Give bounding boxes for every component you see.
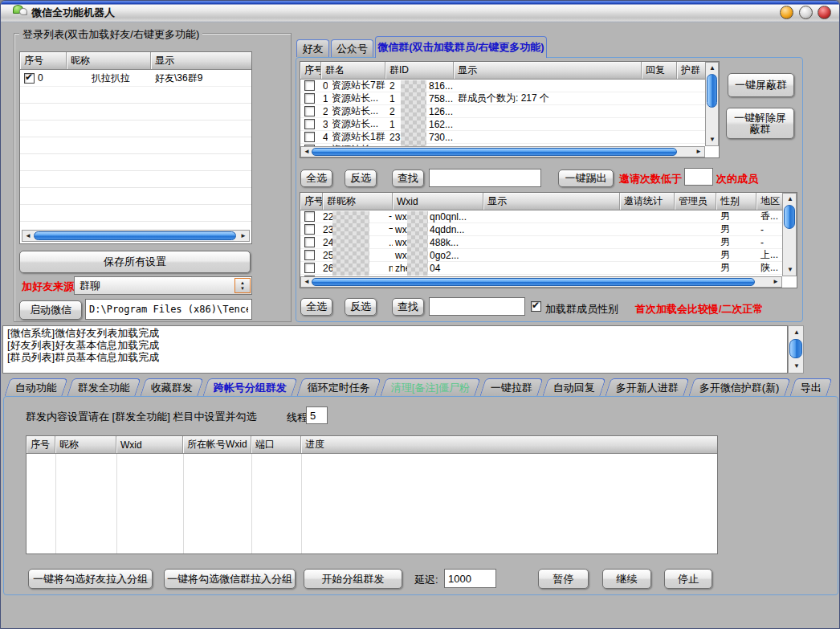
member-row-checkbox[interactable] [304,211,315,222]
scroll-left-icon[interactable]: ◄ [25,233,31,239]
tab-auto-functions[interactable]: 自动功能 [4,378,67,396]
tab-friends[interactable]: 好友 [296,39,329,57]
tab-auto-reply[interactable]: 自动回复 [543,378,606,396]
members-table-vscrollbar[interactable]: ▲ ▼ [782,193,797,276]
member-row-checkbox[interactable] [304,237,315,247]
members-find-button[interactable]: 查找 [392,298,424,316]
groups-select-all-button[interactable]: 全选 [300,170,332,187]
scroll-up-icon[interactable]: ▲ [793,329,800,336]
close-button[interactable] [818,6,831,19]
group-row[interactable]: 3 资源站长... 1162... [300,118,706,131]
member-row[interactable]: 22 -【... wxiqn0qnl... 男 香... [300,210,783,223]
kick-members-button[interactable]: 一键踢出 [558,170,614,187]
scroll-thumb[interactable] [34,231,236,240]
scroll-down-icon[interactable]: ▼ [787,267,793,273]
stop-button[interactable]: 停止 [664,569,712,589]
pull-wechat-groups-to-group-button[interactable]: 一键将勾选微信群拉入分组 [164,569,296,589]
member-row[interactable]: 26 Alwn... zhen04 男 陕... [300,262,783,275]
login-row[interactable]: ✔ 0 扒拉扒拉 好友\36群9 [20,70,251,87]
log-line: [群员列表]群员基本信息加载完成 [7,351,783,363]
groups-find-button[interactable]: 查找 [392,170,424,187]
dropdown-spinner[interactable]: ▲ ▼ [234,278,251,293]
tab-official-accounts[interactable]: 公众号 [331,39,373,57]
launch-wechat-button[interactable]: 启动微信 [19,300,82,320]
pull-friends-to-group-button[interactable]: 一键将勾选好友拉入分组 [28,569,153,589]
group-row-checkbox[interactable] [304,93,315,104]
members-select-all-button[interactable]: 全选 [300,298,332,316]
member-row-display [483,262,620,275]
group-row[interactable]: 2 资源站长... 2126... [300,105,706,118]
invite-threshold-input[interactable] [684,168,713,186]
scroll-up-icon[interactable]: ▲ [787,196,793,202]
members-search-input[interactable] [429,297,525,316]
block-group-button[interactable]: 一键屏蔽群 [728,73,794,97]
scroll-left-icon[interactable]: ◄ [304,279,310,285]
scroll-thumb[interactable] [312,278,755,286]
thread-count-input[interactable] [306,406,328,424]
scroll-down-icon[interactable]: ▼ [793,363,800,370]
pause-button[interactable]: 暂停 [538,569,589,589]
tab-one-key-invite[interactable]: 一键拉群 [480,378,544,396]
login-row-checkbox[interactable]: ✔ [24,73,35,84]
member-row-checkbox[interactable] [304,224,315,235]
member-row[interactable]: 23 如一棒 wxi4qddn... 男 - [300,223,783,236]
tab-mass-send[interactable]: 群发全功能 [67,378,141,396]
group-row-checkbox[interactable] [304,132,315,142]
column-divider [251,454,252,553]
groups-table-vscrollbar[interactable]: ▲ ▼ [705,62,719,146]
group-row-checkbox[interactable] [304,106,315,116]
start-group-broadcast-button[interactable]: 开始分组群发 [304,569,402,589]
maximize-button[interactable] [799,6,813,19]
tab-clean-zombie-fans[interactable]: 清理[备注]僵尸粉 [380,378,480,396]
tab-export[interactable]: 导出 [789,378,832,396]
unblock-group-button[interactable]: 一键解除屏蔽群 [726,108,794,139]
app-window: 微信全功能机器人 登录列表(双击加载好友/右键更多功能) 序号 昵称 显示 ✔ … [0,0,840,629]
load-member-sex-checkbox[interactable]: ✔ [531,301,541,312]
scroll-right-icon[interactable]: ► [240,233,247,239]
members-invert-selection-button[interactable]: 反选 [345,298,377,316]
spinner-down-icon[interactable]: ▼ [240,286,245,292]
save-all-settings-button[interactable]: 保存所有设置 [19,251,251,273]
groups-table-hscrollbar[interactable]: ◄ ► [300,146,705,157]
groups-invert-selection-button[interactable]: 反选 [345,170,377,187]
group-row-id: 2 [389,80,395,92]
group-row[interactable]: 1 资源站长... 1758... 群成员个数为: 217 个 [300,92,706,105]
tab-wechat-groups[interactable]: 微信群(双击加载群员/右键更多功能) [375,36,547,58]
tab-multi-newcomer[interactable]: 多开新人进群 [606,378,690,396]
member-row-checkbox[interactable] [304,263,315,273]
tab-cross-account-group-send[interactable]: 跨帐号分组群发 [202,378,297,396]
member-row[interactable]: 25 莫 wxid_0go2... 男 上... [300,249,783,262]
scroll-thumb[interactable] [789,339,802,358]
log-output[interactable]: [微信系统]微信好友列表加载完成 [好友列表]好友基本信息加载完成 [群员列表]… [2,325,788,374]
minimize-button[interactable] [780,6,793,19]
groups-search-input[interactable] [429,169,541,187]
members-table-hscrollbar[interactable]: ◄ ► [300,276,782,288]
scroll-up-icon[interactable]: ▲ [709,65,716,71]
column-header: 显示 [151,52,251,69]
scroll-thumb[interactable] [312,148,677,156]
member-row-checkbox[interactable] [304,250,315,260]
tab-favorites-send[interactable]: 收藏群发 [140,378,203,396]
member-row[interactable]: 24 ??... wxid_488k... 男 - [300,236,783,249]
wechat-path-input[interactable] [85,299,252,320]
scroll-right-icon[interactable]: ► [773,279,779,285]
group-row-checkbox[interactable] [304,80,315,91]
group-row-checkbox[interactable] [304,119,315,129]
column-header: 显示 [454,62,642,79]
tab-scheduled-tasks[interactable]: 循环定时任务 [296,378,381,396]
scroll-right-icon[interactable]: ► [695,149,702,155]
group-row[interactable]: 0 资源站长7群 2816... [300,80,706,92]
scroll-left-icon[interactable]: ◄ [304,149,310,155]
log-vscrollbar[interactable]: ▲ ▼ [788,325,804,374]
tab-multi-guard-group[interactable]: 多开微信护群(新) [689,378,791,396]
resume-button[interactable]: 继续 [602,569,651,589]
group-row[interactable]: 4 资源站长1群 23730... [300,131,706,144]
delay-input[interactable] [444,569,496,588]
login-table-hscrollbar[interactable]: ◄ ► [22,230,250,242]
scroll-thumb[interactable] [707,74,717,108]
member-row-wxid-suffix: 488k... [430,237,459,248]
spinner-up-icon[interactable]: ▲ [240,280,245,286]
scroll-thumb[interactable] [784,205,795,229]
friend-source-dropdown[interactable]: 群聊 ▲ ▼ [74,276,252,295]
scroll-down-icon[interactable]: ▼ [709,137,716,143]
